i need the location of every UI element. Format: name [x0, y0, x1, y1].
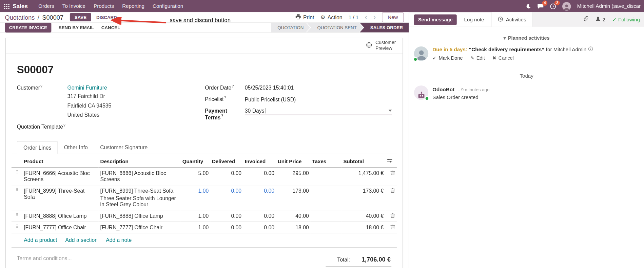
cell-delivered[interactable]: 0.00: [210, 222, 243, 233]
delete-row-icon[interactable]: [390, 188, 395, 193]
edit-activity-button[interactable]: ✎Edit: [470, 55, 485, 61]
activities-tab[interactable]: Activities: [491, 12, 532, 26]
app-name[interactable]: Sales: [13, 3, 28, 9]
status-step-quotation-sent[interactable]: QUOTATION SENT: [307, 23, 363, 33]
col-product[interactable]: Product: [22, 155, 98, 168]
cell-description[interactable]: [FURN_8999] Three-Seat Sofa Three Seater…: [99, 185, 181, 210]
cell-quantity[interactable]: 1.00: [181, 222, 210, 233]
cell-unit-price[interactable]: 295.00: [276, 168, 311, 185]
cell-invoiced[interactable]: 0.00: [243, 185, 276, 210]
attachments-paperclip-icon[interactable]: [583, 16, 588, 23]
mark-done-button[interactable]: ✓Mark Done: [432, 55, 463, 61]
menu-configuration[interactable]: Configuration: [153, 3, 183, 9]
cell-description[interactable]: [FURN_7777] Office Chair: [99, 222, 181, 233]
payment-terms-input[interactable]: 30 Days: [245, 108, 392, 115]
cell-description[interactable]: [FURN_6666] Acoustic Bloc Screens: [99, 168, 181, 185]
action-button[interactable]: ⚙ Action: [320, 14, 343, 20]
cell-product[interactable]: [FURN_8999] Three-Seat Sofa: [22, 185, 98, 210]
following-button[interactable]: ✓ Following: [612, 16, 640, 22]
cell-quantity[interactable]: 1.00: [181, 185, 210, 210]
user-menu[interactable]: Mitchell Admin (save_discar: [577, 3, 641, 9]
cell-delivered[interactable]: 0.00: [210, 185, 243, 210]
tab-customer-signature[interactable]: Customer Signature: [94, 141, 154, 154]
drag-handle-icon[interactable]: ⠿: [12, 210, 22, 222]
cell-invoiced[interactable]: 0.00: [243, 168, 276, 185]
breadcrumb-quotations[interactable]: Quotations: [5, 14, 35, 21]
col-taxes[interactable]: Taxes: [311, 155, 342, 168]
followers-count: 2: [603, 17, 605, 22]
apps-grid-icon[interactable]: [4, 3, 9, 9]
user-avatar[interactable]: [562, 2, 571, 10]
drag-handle-icon[interactable]: ⠿: [12, 168, 22, 185]
cell-delivered[interactable]: 0.00: [210, 168, 243, 185]
delete-row-icon[interactable]: [390, 213, 395, 218]
cell-product[interactable]: [FURN_6666] Acoustic Bloc Screens: [22, 168, 98, 185]
add-a-product-link[interactable]: Add a product: [24, 237, 57, 243]
save-button[interactable]: SAVE: [70, 13, 91, 21]
col-delivered[interactable]: Delivered: [210, 155, 243, 168]
followers-button[interactable]: 2: [595, 16, 605, 23]
table-row[interactable]: ⠿ [FURN_8888] Office Lamp [FURN_8888] Of…: [12, 210, 397, 222]
activity-summary: “Check delivery requirements”: [469, 46, 544, 52]
cell-description[interactable]: [FURN_8888] Office Lamp: [99, 210, 181, 222]
cell-invoiced[interactable]: 0.00: [243, 222, 276, 233]
table-row[interactable]: ⠿ [FURN_7777] Office Chair [FURN_7777] O…: [12, 222, 397, 233]
terms-placeholder[interactable]: Terms and conditions...: [17, 255, 72, 262]
cell-unit-price[interactable]: 40.00: [276, 210, 311, 222]
cell-quantity[interactable]: 5.00: [181, 168, 210, 185]
customer-preview-button[interactable]: Customer Preview: [366, 40, 397, 51]
menu-to-invoice[interactable]: To Invoice: [62, 3, 85, 9]
table-row[interactable]: ⠿ [FURN_8999] Three-Seat Sofa [FURN_8999…: [12, 185, 397, 210]
planned-activities-header[interactable]: ▾Planned activities: [409, 35, 644, 41]
drag-handle-icon[interactable]: ⠿: [12, 185, 22, 210]
col-unit-price[interactable]: Unit Price: [276, 155, 311, 168]
activities-clock-icon[interactable]: 2: [550, 3, 556, 9]
col-invoiced[interactable]: Invoiced: [243, 155, 276, 168]
col-quantity[interactable]: Quantity: [181, 155, 210, 168]
delete-row-icon[interactable]: [390, 225, 395, 230]
cell-taxes[interactable]: [311, 185, 342, 210]
delete-row-icon[interactable]: [390, 170, 395, 176]
cell-product[interactable]: [FURN_7777] Office Chair: [22, 222, 98, 233]
status-step-quotation[interactable]: QUOTATION: [271, 23, 310, 33]
cell-taxes[interactable]: [311, 168, 342, 185]
col-description[interactable]: Description: [99, 155, 181, 168]
send-by-email-button[interactable]: SEND BY EMAIL: [59, 25, 94, 30]
add-a-section-link[interactable]: Add a section: [65, 237, 98, 243]
cell-invoiced[interactable]: 0.00: [243, 210, 276, 222]
messages-icon[interactable]: 4: [537, 3, 544, 9]
pager-previous-icon[interactable]: ‹: [365, 14, 367, 21]
send-message-button[interactable]: Send message: [414, 14, 457, 25]
cell-unit-price[interactable]: 173.00: [276, 185, 311, 210]
new-button[interactable]: New: [382, 12, 404, 22]
info-icon[interactable]: [588, 46, 593, 53]
pager-next-icon[interactable]: ›: [373, 14, 376, 21]
add-a-note-link[interactable]: Add a note: [106, 237, 132, 243]
tab-other-info[interactable]: Other Info: [58, 141, 94, 154]
customer-value[interactable]: Gemini Furniture: [67, 85, 107, 91]
cancel-button[interactable]: CANCEL: [101, 25, 120, 30]
dark-mode-moon-icon[interactable]: [526, 3, 531, 9]
pricelist-value[interactable]: Public Pricelist (USD): [245, 96, 296, 102]
menu-reporting[interactable]: Reporting: [122, 3, 144, 9]
dropdown-caret-icon[interactable]: [389, 110, 392, 112]
drag-handle-icon[interactable]: ⠿: [12, 222, 22, 233]
cell-delivered[interactable]: 0.00: [210, 210, 243, 222]
cancel-activity-button[interactable]: ✖Cancel: [492, 55, 514, 61]
order-date-value[interactable]: 05/25/2023 15:40:01: [245, 85, 294, 91]
tab-order-lines[interactable]: Order Lines: [17, 141, 58, 154]
cell-quantity[interactable]: 1.00: [181, 210, 210, 222]
log-note-button[interactable]: Log note: [464, 17, 484, 22]
print-button[interactable]: Print: [295, 14, 314, 21]
col-subtotal[interactable]: Subtotal: [342, 155, 385, 168]
message-author[interactable]: OdooBot: [432, 87, 454, 93]
optional-columns-icon[interactable]: [385, 155, 397, 168]
cell-product[interactable]: [FURN_8888] Office Lamp: [22, 210, 98, 222]
table-row[interactable]: ⠿ [FURN_6666] Acoustic Bloc Screens [FUR…: [12, 168, 397, 185]
menu-products[interactable]: Products: [94, 3, 114, 9]
cell-taxes[interactable]: [311, 222, 342, 233]
cell-taxes[interactable]: [311, 210, 342, 222]
cell-unit-price[interactable]: 18.00: [276, 222, 311, 233]
create-invoice-button[interactable]: CREATE INVOICE: [5, 23, 51, 33]
menu-orders[interactable]: Orders: [38, 3, 54, 9]
